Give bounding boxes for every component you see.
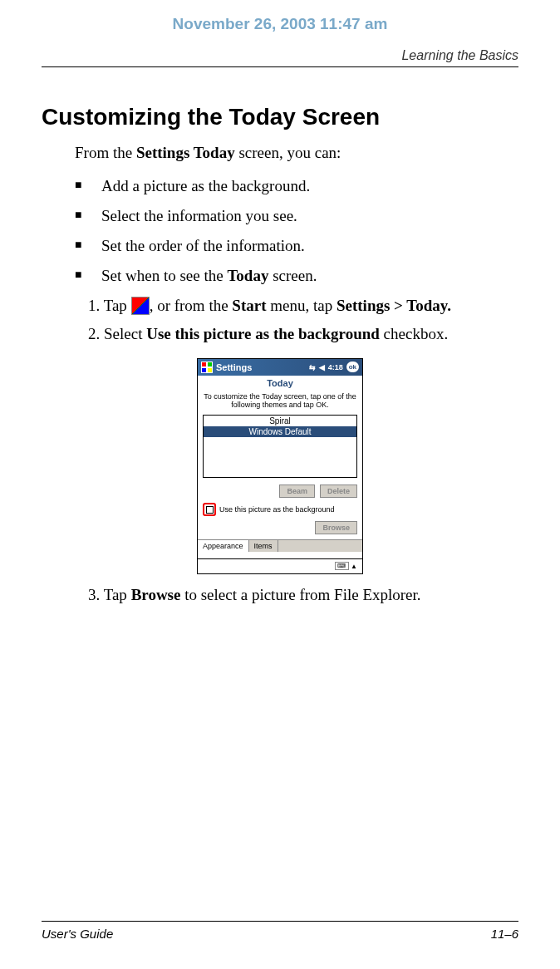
tab-appearance[interactable]: Appearance bbox=[198, 540, 249, 552]
step3-c: to select a picture from File Explorer. bbox=[180, 586, 420, 603]
step1-a: 1. Tap bbox=[88, 297, 131, 314]
step-2: 2. Select Use this picture as the backgr… bbox=[88, 325, 518, 343]
pda-bottom-bar: ⌨ ▲ bbox=[198, 558, 362, 573]
intro-text: From the Settings Today screen, you can: bbox=[75, 144, 518, 162]
header-date: November 26, 2003 11:47 am bbox=[42, 8, 518, 48]
bullet4-pre: Set when to see the bbox=[101, 267, 227, 284]
checkbox-label: Use this picture as the background bbox=[219, 505, 335, 514]
browse-row: Browse bbox=[198, 518, 362, 539]
pda-time: 4:18 bbox=[328, 363, 343, 371]
svg-rect-3 bbox=[208, 368, 212, 372]
steps-list: 1. Tap , or from the Start menu, tap Set… bbox=[88, 297, 518, 343]
keyboard-icon[interactable]: ⌨ bbox=[335, 562, 349, 570]
beam-button[interactable]: Beam bbox=[279, 484, 315, 498]
svg-rect-0 bbox=[202, 362, 206, 366]
step-1: 1. Tap , or from the Start menu, tap Set… bbox=[88, 297, 518, 317]
step1-b: , or from the bbox=[150, 297, 233, 314]
step2-b: Use this picture as the background bbox=[146, 325, 380, 342]
start-icon bbox=[131, 297, 150, 315]
bullet4-post: screen. bbox=[268, 267, 317, 284]
intro-post: screen, you can: bbox=[235, 144, 341, 161]
pda-tabs: Appearance Items bbox=[198, 539, 362, 552]
pda-titlebar: Settings ⇆ ◀ 4:18 ok bbox=[198, 359, 362, 376]
intro-bold: Settings Today bbox=[136, 144, 235, 161]
step2-c: checkbox. bbox=[380, 325, 448, 342]
theme-item-spiral[interactable]: Spiral bbox=[204, 416, 356, 426]
step1-e: Settings > Today. bbox=[336, 297, 451, 314]
intro-pre: From the bbox=[75, 144, 136, 161]
theme-item-windows-default[interactable]: Windows Default bbox=[204, 426, 356, 437]
pda-title-left: Settings bbox=[201, 362, 252, 373]
pda-button-row: Beam Delete bbox=[198, 478, 362, 501]
signal-icon: ⇆ bbox=[309, 363, 316, 371]
svg-rect-1 bbox=[208, 362, 212, 366]
page-footer: User's Guide 11–6 bbox=[42, 921, 518, 941]
header-section: Learning the Basics bbox=[42, 48, 518, 67]
use-picture-checkbox[interactable] bbox=[206, 506, 214, 514]
step3-b: Browse bbox=[131, 586, 181, 603]
bullet-item: Add a picture as the background. bbox=[75, 177, 518, 195]
bullet-list: Add a picture as the background. Select … bbox=[75, 177, 518, 285]
screenshot: Settings ⇆ ◀ 4:18 ok Today To customize … bbox=[42, 358, 518, 574]
pda-title-right: ⇆ ◀ 4:18 ok bbox=[309, 362, 359, 372]
delete-button[interactable]: Delete bbox=[320, 484, 357, 498]
pda-subtitle: Today bbox=[198, 376, 362, 391]
page-title: Customizing the Today Screen bbox=[42, 104, 518, 130]
bullet-item: Set when to see the Today screen. bbox=[75, 267, 518, 285]
ok-button[interactable]: ok bbox=[346, 362, 359, 372]
bullet-item: Select the information you see. bbox=[75, 207, 518, 225]
step1-c: Start bbox=[232, 297, 266, 314]
step-3: 3. Tap Browse to select a picture from F… bbox=[88, 586, 518, 604]
pda-checkbox-row: Use this picture as the background bbox=[198, 501, 362, 518]
pda-screen: Settings ⇆ ◀ 4:18 ok Today To customize … bbox=[197, 358, 363, 574]
browse-button[interactable]: Browse bbox=[315, 521, 357, 534]
pda-instructions: To customize the Today screen, tap one o… bbox=[198, 391, 362, 416]
speaker-icon: ◀ bbox=[319, 363, 325, 371]
step1-d: menu, tap bbox=[267, 297, 336, 314]
footer-right: 11–6 bbox=[491, 927, 518, 941]
step2-a: 2. Select bbox=[88, 325, 146, 342]
svg-rect-2 bbox=[202, 368, 206, 372]
pda-title-text: Settings bbox=[216, 362, 252, 372]
tab-items[interactable]: Items bbox=[249, 540, 278, 552]
bullet4-bold: Today bbox=[227, 267, 268, 284]
windows-icon bbox=[201, 362, 213, 373]
step3-a: 3. Tap bbox=[88, 586, 131, 603]
up-arrow-icon[interactable]: ▲ bbox=[351, 563, 357, 570]
steps-list-cont: 3. Tap Browse to select a picture from F… bbox=[88, 586, 518, 604]
highlight-box bbox=[203, 503, 216, 516]
footer-left: User's Guide bbox=[42, 927, 113, 941]
bullet-item: Set the order of the information. bbox=[75, 237, 518, 255]
theme-list[interactable]: Spiral Windows Default bbox=[203, 415, 357, 478]
